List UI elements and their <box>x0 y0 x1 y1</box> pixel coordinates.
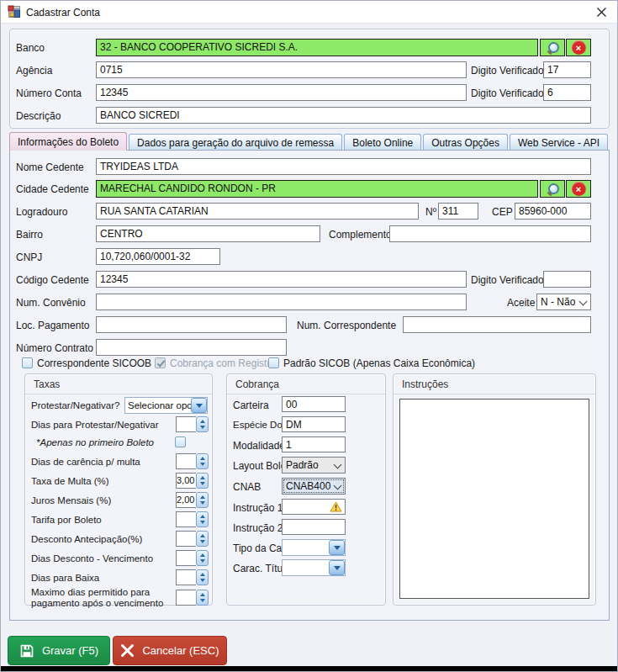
chevron-down-icon <box>329 540 345 555</box>
nome-cedente-label: Nome Cedente <box>16 161 84 173</box>
instrucao1-label: Instrução 1 <box>233 502 283 514</box>
chevron-down-icon <box>191 398 207 413</box>
cnab-select[interactable]: CNAB400 <box>282 478 346 495</box>
banco-field[interactable]: 32 - BANCO COOPERATIVO SICREDI S.A. <box>96 39 538 56</box>
max-dias-spinner[interactable] <box>176 590 209 606</box>
desconto-antecipacao-label: Desconto Antecipação(%) <box>31 534 142 544</box>
numero-contrato-label: Número Contrato <box>16 342 93 354</box>
search-icon <box>547 42 558 53</box>
cep-label: CEP <box>492 206 513 218</box>
banco-search-button[interactable] <box>540 39 565 56</box>
cnab-label: CNAB <box>233 481 261 493</box>
numero-conta-input[interactable] <box>96 84 467 101</box>
agencia-input[interactable] <box>96 61 467 78</box>
spinner-arrows-icon[interactable] <box>196 473 209 489</box>
instrucao2-label: Instrução 2 <box>233 522 283 534</box>
instrucao2-input[interactable] <box>282 519 346 535</box>
tab-dados-remessa[interactable]: Dados para geração do arquivo de remessa <box>129 134 342 151</box>
spinner-arrows-icon[interactable] <box>196 531 209 547</box>
spinner-arrows-icon[interactable] <box>196 590 209 606</box>
cancel-icon <box>120 643 135 658</box>
codigo-cedente-label: Código Cedente <box>16 274 89 286</box>
complemento-label: Complemento <box>329 229 392 241</box>
cidade-clear-button[interactable]: × <box>566 180 591 198</box>
spinner-arrows-icon[interactable] <box>196 492 209 508</box>
padrao-sicob-checkbox[interactable] <box>268 357 279 368</box>
dias-protestar-label: Dias para Protestar/Negativar <box>31 420 158 430</box>
instrucoes-title: Instruções <box>394 374 595 394</box>
tarifa-boleto-spinner[interactable] <box>176 511 209 527</box>
dias-baixa-label: Dias para Baixa <box>31 573 99 583</box>
codigo-dv-input[interactable] <box>543 271 591 288</box>
dias-desconto-spinner[interactable] <box>176 550 209 566</box>
num-convenio-input[interactable] <box>96 294 467 310</box>
close-icon[interactable] <box>590 3 612 21</box>
loc-pagamento-label: Loc. Pagamento <box>16 320 89 331</box>
banco-clear-button[interactable]: × <box>566 39 591 56</box>
aceite-label: Aceite <box>507 297 535 309</box>
agencia-dv-input[interactable] <box>543 61 591 78</box>
spinner-arrows-icon[interactable] <box>196 550 209 566</box>
num-correspondente-input[interactable] <box>403 316 591 333</box>
desconto-antecipacao-spinner[interactable] <box>176 531 209 547</box>
cobranca-title: Cobrança <box>227 374 385 394</box>
codigo-cedente-input[interactable] <box>96 271 467 288</box>
tab-informacoes-boleto[interactable]: Informações do Boleto <box>9 132 127 151</box>
cancelar-button[interactable]: Cancelar (ESC) <box>113 636 227 665</box>
tab-strip: Informações do Boleto Dados para geração… <box>9 132 608 151</box>
conta-dv-input[interactable] <box>543 84 591 101</box>
cnpj-label: CNPJ <box>16 251 42 263</box>
taxa-multa-spinner[interactable]: 3,00 <box>176 473 209 489</box>
numero-input[interactable] <box>438 203 478 220</box>
protestar-select[interactable]: Selecionar opc... <box>124 397 208 414</box>
spinner-arrows-icon[interactable] <box>196 416 209 432</box>
nome-cedente-input[interactable] <box>96 158 591 175</box>
complemento-input[interactable] <box>389 225 591 242</box>
tipo-carteira-select[interactable] <box>282 539 346 556</box>
bairro-input[interactable] <box>96 225 320 242</box>
title-bar: Cadastrar Conta <box>1 1 617 24</box>
loc-pagamento-input[interactable] <box>96 316 287 333</box>
spinner-arrows-icon[interactable] <box>196 453 209 469</box>
cadastrar-conta-window: Cadastrar Conta Banco 32 - BANCO COOPERA… <box>0 0 618 672</box>
taxas-title: Taxas <box>25 374 212 394</box>
spinner-arrows-icon[interactable] <box>196 511 209 527</box>
numero-contrato-input[interactable] <box>96 339 287 356</box>
descricao-input[interactable] <box>96 107 591 124</box>
cnpj-input[interactable] <box>96 248 220 265</box>
num-convenio-label: Num. Convênio <box>16 297 86 309</box>
logradouro-input[interactable] <box>96 203 419 220</box>
apenas-primeiro-checkbox[interactable] <box>175 437 186 447</box>
dias-carencia-spinner[interactable] <box>176 453 209 469</box>
cidade-search-button[interactable] <box>540 180 565 198</box>
codigo-dv-label: Digito Verificador <box>471 274 547 286</box>
carac-titulo-select[interactable] <box>282 559 346 576</box>
cobranca-registro-checkbox[interactable] <box>155 357 166 368</box>
chevron-down-icon <box>329 560 345 575</box>
tab-boleto-online[interactable]: Boleto Online <box>344 134 421 151</box>
modalidade-input[interactable] <box>282 437 346 452</box>
layout-boleto-select[interactable]: Padrão <box>282 457 346 474</box>
cep-input[interactable] <box>515 203 591 220</box>
aceite-select[interactable]: N - Não <box>536 294 591 310</box>
max-dias-label: Maximo dias permitido para pagamento apó… <box>31 587 174 608</box>
correspondente-sicoob-checkbox[interactable] <box>22 357 33 368</box>
instrucoes-textarea[interactable] <box>399 399 589 599</box>
juros-mensais-label: Juros Mensais (%) <box>31 495 111 505</box>
chevron-down-icon <box>334 483 341 489</box>
dias-baixa-spinner[interactable] <box>176 569 209 585</box>
gravar-button[interactable]: Gravar (F5) <box>8 636 110 665</box>
cidade-cedente-field[interactable]: MARECHAL CANDIDO RONDON - PR <box>96 180 538 198</box>
cidade-cedente-label: Cidade Cedente <box>16 183 89 195</box>
tab-web-service-api[interactable]: Web Service - API <box>510 134 608 151</box>
especie-input[interactable] <box>282 416 346 432</box>
tab-outras-opcoes[interactable]: Outras Opções <box>423 134 508 151</box>
dias-protestar-spinner[interactable] <box>176 416 209 432</box>
window-title: Cadastrar Conta <box>26 7 100 19</box>
carteira-input[interactable] <box>282 396 346 412</box>
spinner-arrows-icon[interactable] <box>196 569 209 585</box>
warning-icon <box>330 501 342 512</box>
juros-mensais-spinner[interactable]: 2,00 <box>176 492 209 508</box>
cobranca-registro-label: Cobrança com Registro <box>170 357 276 369</box>
clear-icon: × <box>572 40 586 55</box>
